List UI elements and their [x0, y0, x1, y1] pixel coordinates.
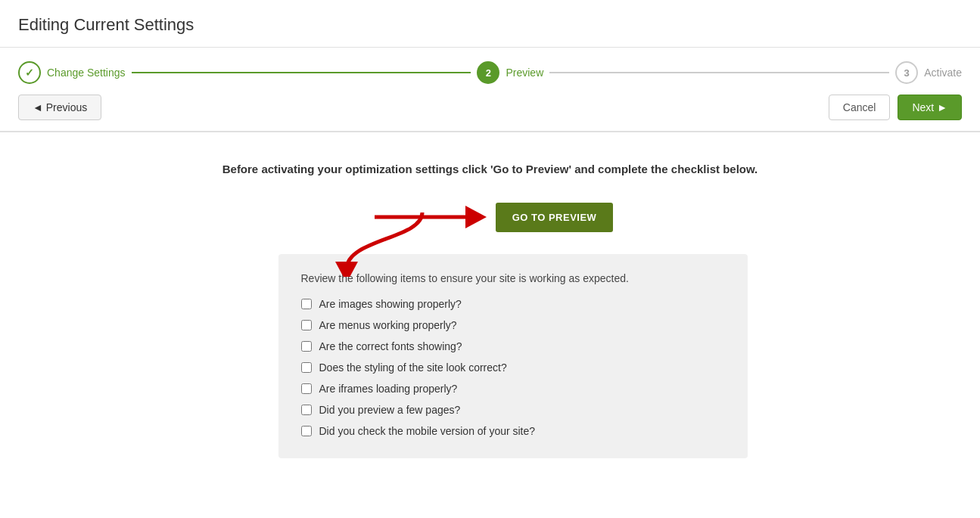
step-2-label: Preview: [506, 67, 543, 79]
cancel-button[interactable]: Cancel: [829, 95, 891, 120]
checklist-item-3: Are the correct fonts showing?: [301, 340, 725, 352]
checklist-item-2: Are menus working properly?: [301, 319, 725, 331]
checklist-label-2: Are menus working properly?: [319, 319, 457, 331]
checklist-wrapper: Review the following items to ensure you…: [226, 254, 755, 458]
checklist-label-1: Are images showing properly?: [319, 298, 462, 310]
next-button[interactable]: Next ►: [898, 95, 962, 120]
checklist-checkbox-5[interactable]: [301, 383, 312, 394]
checklist-item-7: Did you check the mobile version of your…: [301, 425, 725, 437]
previous-button[interactable]: ◄ Previous: [18, 95, 101, 120]
checklist-label-6: Did you preview a few pages?: [319, 404, 461, 416]
svg-marker-1: [465, 206, 487, 228]
checklist-item-4: Does the styling of the site look correc…: [301, 361, 725, 374]
checklist-checkbox-2[interactable]: [301, 320, 312, 330]
toolbar: ◄ Previous Cancel Next ►: [0, 84, 980, 132]
svg-marker-2: [335, 262, 358, 277]
step-preview: 2 Preview: [477, 61, 543, 84]
checkmark-icon: ✓: [25, 67, 34, 79]
page-header: Editing Current Settings: [0, 0, 980, 48]
checklist-checkbox-4[interactable]: [301, 362, 312, 373]
toolbar-right: Cancel Next ►: [829, 95, 962, 120]
go-to-preview-button[interactable]: GO TO PREVIEW: [496, 203, 614, 232]
checklist-checkbox-1[interactable]: [301, 299, 312, 309]
step-1-label: Change Settings: [47, 67, 126, 79]
checklist-label-7: Did you check the mobile version of your…: [319, 425, 536, 437]
checklist-checkbox-7[interactable]: [301, 426, 312, 436]
down-left-arrow-icon: [286, 209, 453, 277]
checklist-section: Review the following items to ensure you…: [278, 254, 748, 458]
page-title: Editing Current Settings: [18, 15, 962, 35]
checklist-label-3: Are the correct fonts showing?: [319, 340, 462, 352]
checklist-label-4: Does the styling of the site look correc…: [319, 361, 507, 374]
checklist-label-5: Are iframes loading properly?: [319, 383, 458, 395]
instruction-text: Before activating your optimization sett…: [222, 163, 758, 175]
content-area: GO TO PREVIEW Review the following items…: [226, 198, 755, 458]
step-3-circle: 3: [895, 61, 918, 84]
step-3-label: Activate: [924, 67, 962, 79]
step-2-circle: 2: [477, 61, 499, 84]
step-1-circle: ✓: [18, 61, 41, 84]
step-line-1: [132, 72, 471, 73]
checklist-checkbox-6[interactable]: [301, 405, 312, 415]
checklist-item-1: Are images showing properly?: [301, 298, 725, 310]
main-content: Before activating your optimization sett…: [0, 132, 980, 476]
step-line-2: [549, 72, 889, 73]
checklist-item-6: Did you preview a few pages?: [301, 404, 725, 416]
checklist-checkbox-3[interactable]: [301, 341, 312, 352]
stepper: ✓ Change Settings 2 Preview 3 Activate: [0, 48, 980, 84]
checklist-item-5: Are iframes loading properly?: [301, 383, 725, 395]
step-activate: 3 Activate: [895, 61, 962, 84]
step-change-settings: ✓ Change Settings: [18, 61, 126, 84]
